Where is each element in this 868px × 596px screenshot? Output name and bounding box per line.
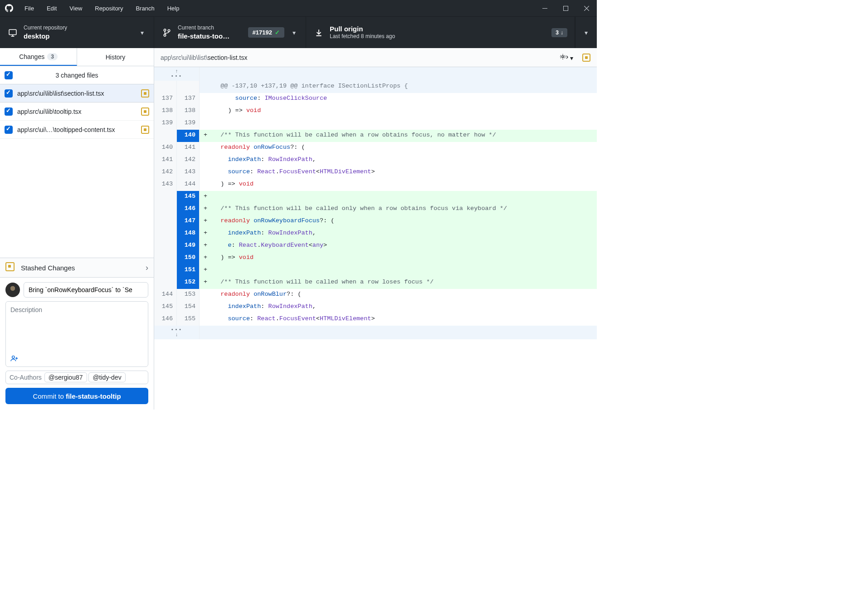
pull-more-button[interactable]: ▾	[575, 17, 597, 48]
file-checkbox[interactable]	[5, 107, 13, 116]
file-status-icon	[582, 54, 590, 62]
diff-line[interactable]: 144153 readonly onRowBlur?: (	[154, 289, 597, 301]
code-content: readonly onRowKeyboardFocus?: (	[211, 215, 597, 228]
code-content: /** This function will be called only wh…	[211, 203, 597, 215]
file-checkbox[interactable]	[5, 126, 13, 134]
select-all-checkbox[interactable]	[5, 71, 13, 79]
diff-line[interactable]: 145154 indexPath: RowIndexPath,	[154, 301, 597, 313]
file-path: app\src\ui\lib\tooltip.tsx	[17, 108, 137, 115]
hunk-header: @@ -137,10 +137,19 @@ interface ISection…	[211, 81, 597, 93]
add-coauthor-button[interactable]	[6, 352, 148, 366]
code-content: ) => void	[211, 252, 597, 264]
file-status-icon	[141, 126, 149, 134]
window-maximize[interactable]	[555, 0, 576, 16]
menu-repository[interactable]: Repository	[88, 0, 129, 16]
coauthors-row[interactable]: Co-Authors @sergiou87 @tidy-dev	[5, 371, 148, 384]
changes-count: 3	[47, 53, 58, 60]
code-content: ) => void	[211, 179, 597, 191]
menu-edit[interactable]: Edit	[40, 0, 63, 16]
diff-line[interactable]: 137137 source: IMouseClickSource	[154, 93, 597, 105]
desktop-icon	[7, 29, 18, 37]
diff-line[interactable]: •••↓	[154, 326, 597, 339]
file-row[interactable]: app\src\ui\…\tooltipped-content.tsx	[0, 121, 154, 139]
diff-line[interactable]: ↑•••	[154, 67, 597, 81]
pull-count-badge: 3 ↓	[551, 28, 567, 37]
tab-changes[interactable]: Changes 3	[0, 48, 77, 66]
diff-line[interactable]: 145+	[154, 191, 597, 203]
window-minimize[interactable]	[534, 0, 555, 16]
file-checkbox[interactable]	[5, 89, 13, 98]
diff-line[interactable]: 148+ indexPath: RowIndexPath,	[154, 228, 597, 240]
branch-name: file-status-too…	[178, 32, 243, 41]
diff-line[interactable]: 140+ /** This function will be called wh…	[154, 130, 597, 142]
menu-branch[interactable]: Branch	[129, 0, 161, 16]
code-content: source: IMouseClickSource	[211, 93, 597, 105]
svg-point-6	[12, 356, 15, 358]
diff-line[interactable]: 143144 ) => void	[154, 179, 597, 191]
commit-description-box	[5, 301, 148, 367]
diff-line[interactable]: 149+ e: React.KeyboardEvent<any>	[154, 240, 597, 252]
commit-box: Co-Authors @sergiou87 @tidy-dev Commit t…	[0, 278, 154, 410]
code-content: indexPath: RowIndexPath,	[211, 301, 597, 313]
diff-path: app\src\ui\lib\list\section-list.tsx	[161, 54, 247, 61]
code-content: indexPath: RowIndexPath,	[211, 228, 597, 240]
diff-line[interactable]: 139139	[154, 117, 597, 130]
repo-label: Current repository	[24, 24, 132, 32]
code-content: readonly onRowFocus?: (	[211, 142, 597, 154]
diff-panel: app\src\ui\lib\list\section-list.tsx ▾ ↑…	[154, 48, 597, 410]
code-content: readonly onRowBlur?: (	[211, 289, 597, 301]
window-close[interactable]	[576, 0, 597, 16]
branch-label: Current branch	[178, 24, 243, 32]
coauthor-chip[interactable]: @sergiou87	[44, 372, 87, 382]
chevron-right-icon: ›	[146, 263, 148, 273]
expand-down-icon[interactable]: •••↓	[154, 326, 200, 339]
window-controls	[534, 0, 597, 16]
diff-line[interactable]: 151+	[154, 264, 597, 277]
tab-history[interactable]: History	[77, 48, 154, 66]
diff-line[interactable]: @@ -137,10 +137,19 @@ interface ISection…	[154, 81, 597, 93]
pull-button[interactable]: Pull origin Last fetched 8 minutes ago 3…	[306, 17, 575, 48]
diff-body[interactable]: ↑••• @@ -137,10 +137,19 @@ interface ISe…	[154, 67, 597, 410]
code-content: /** This function will be called when a …	[211, 130, 597, 142]
code-content	[211, 117, 597, 130]
pr-badge[interactable]: #17192 ✓	[248, 27, 284, 38]
commit-summary-input[interactable]	[24, 282, 148, 298]
commit-button[interactable]: Commit to file-status-tooltip	[5, 388, 148, 404]
svg-rect-2	[9, 29, 16, 34]
diff-line[interactable]: 150+ ) => void	[154, 252, 597, 264]
git-branch-icon	[161, 28, 172, 37]
diff-line[interactable]: 146+ /** This function will be called on…	[154, 203, 597, 215]
check-icon: ✓	[275, 29, 280, 36]
commit-description-input[interactable]	[6, 302, 148, 352]
avatar	[5, 283, 20, 297]
menu-help[interactable]: Help	[161, 0, 186, 16]
repo-selector[interactable]: Current repository desktop ▾	[0, 17, 154, 48]
pull-label: Pull origin	[330, 24, 546, 34]
code-content: e: React.KeyboardEvent<any>	[211, 240, 597, 252]
code-content: source: React.FocusEvent<HTMLDivElement>	[211, 313, 597, 326]
menu-file[interactable]: File	[18, 0, 40, 16]
stashed-changes-row[interactable]: Stashed Changes ›	[0, 258, 154, 278]
file-row[interactable]: app\src\ui\lib\list\section-list.tsx	[0, 84, 154, 103]
diff-line[interactable]: 146155 source: React.FocusEvent<HTMLDivE…	[154, 313, 597, 326]
branch-selector[interactable]: Current branch file-status-too… #17192 ✓…	[154, 17, 306, 48]
diff-line[interactable]: 138138 ) => void	[154, 105, 597, 117]
pull-icon	[313, 29, 324, 37]
file-status-icon	[141, 89, 149, 98]
code-content: source: React.FocusEvent<HTMLDivElement>	[211, 166, 597, 179]
diff-line[interactable]: 152+ /** This function will be called wh…	[154, 277, 597, 289]
code-content: indexPath: RowIndexPath,	[211, 154, 597, 166]
menu-view[interactable]: View	[63, 0, 88, 16]
sidebar: Changes 3 History 3 changed files app\sr…	[0, 48, 154, 410]
expand-up-icon[interactable]: ↑•••	[154, 67, 200, 81]
gear-icon[interactable]: ▾	[559, 53, 573, 62]
diff-line[interactable]: 140141 readonly onRowFocus?: (	[154, 142, 597, 154]
file-row[interactable]: app\src\ui\lib\tooltip.tsx	[0, 103, 154, 121]
diff-line[interactable]: 142143 source: React.FocusEvent<HTMLDivE…	[154, 166, 597, 179]
coauthor-chip[interactable]: @tidy-dev	[88, 372, 125, 382]
diff-line[interactable]: 141142 indexPath: RowIndexPath,	[154, 154, 597, 166]
diff-line[interactable]: 147+ readonly onRowKeyboardFocus?: (	[154, 215, 597, 228]
code-content	[211, 264, 597, 277]
code-content: ) => void	[211, 105, 597, 117]
sidebar-tabs: Changes 3 History	[0, 48, 154, 66]
